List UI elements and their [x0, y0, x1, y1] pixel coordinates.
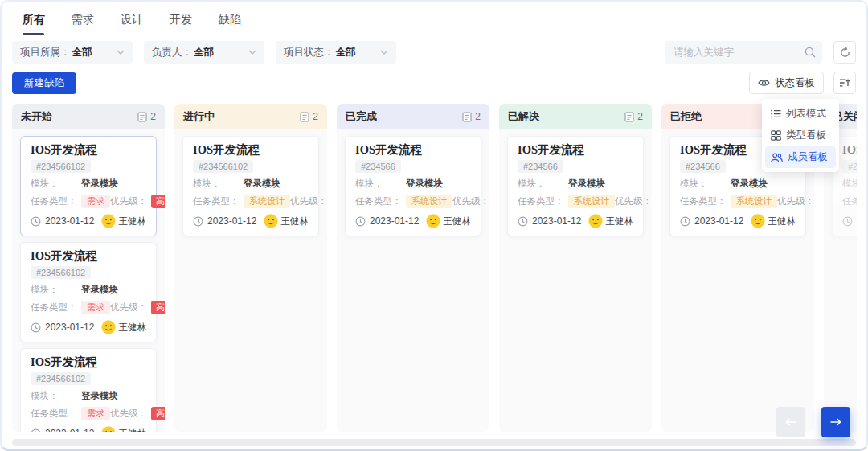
- type-pair: 任务类型： 系统设计: [842, 195, 857, 208]
- module-label: 模块：: [31, 178, 81, 190]
- type-pair: 任务类型： 系统设计: [193, 195, 290, 208]
- card-id-badge: #234566: [842, 160, 857, 173]
- kanban-board: 未开始 2 IOS开发流程 #234566102 模块： 登录模块 任务类型： …: [12, 104, 857, 432]
- type-label: 任务类型：: [31, 301, 81, 314]
- card-footer: 2023-01-12 王健林: [193, 214, 309, 228]
- filter-value: 全部: [194, 46, 214, 59]
- card-title: IOS开发流程: [31, 355, 146, 368]
- card-footer: 2023-01-12 王健林: [842, 214, 857, 228]
- filter-label: 项目状态：: [284, 46, 334, 59]
- avatar: [588, 214, 603, 228]
- new-defect-button[interactable]: 新建缺陷: [12, 72, 76, 94]
- task-card[interactable]: IOS开发流程 #234566 模块： 登录模块 任务类型： 系统设计 优先级：…: [345, 136, 481, 236]
- prev-page-button[interactable]: [776, 407, 805, 437]
- view-menu-item[interactable]: 类型看板: [765, 125, 836, 146]
- card-id-badge: #234566102: [31, 372, 91, 385]
- search-input[interactable]: [672, 46, 805, 59]
- card-date: 2023-01-12: [45, 322, 94, 333]
- filter-select[interactable]: 负责人： 全部: [144, 41, 264, 64]
- sort-button[interactable]: [833, 72, 856, 94]
- tab[interactable]: 缺陷: [219, 13, 241, 35]
- assignee-name: 王健林: [119, 322, 147, 334]
- filter-label: 项目所属：: [20, 46, 71, 59]
- chevron-down-icon: [248, 50, 256, 55]
- tab[interactable]: 所有: [23, 13, 45, 35]
- priority-label: 优先级：: [290, 195, 327, 207]
- search-icon[interactable]: [805, 47, 816, 58]
- card-date: 2023-01-12: [694, 215, 743, 227]
- tab-label: 缺陷: [219, 13, 241, 26]
- module-label: 模块：: [31, 390, 81, 402]
- task-card[interactable]: IOS开发流程 #234566102 模块： 登录模块 任务类型： 需求 优先级…: [20, 348, 157, 432]
- task-card[interactable]: IOS开发流程 #234566102 模块： 登录模块 任务类型： 需求 优先级…: [20, 242, 157, 342]
- task-card[interactable]: IOS开发流程 #234566 模块： 登录模块 任务类型： 系统设计 优先级：…: [507, 136, 644, 236]
- view-menu-item[interactable]: 成员看板: [765, 146, 836, 168]
- module-label: 模块：: [31, 284, 81, 296]
- tab[interactable]: 开发: [170, 13, 192, 35]
- type-priority-row: 任务类型： 需求 优先级： 高: [31, 195, 146, 208]
- type-pair: 任务类型： 系统设计: [680, 195, 777, 208]
- column-body: IOS开发流程 #234566 模块： 登录模块 任务类型： 系统设计 优先级：…: [661, 129, 814, 432]
- type-pair: 任务类型： 需求: [31, 195, 110, 208]
- view-menu-item-label: 列表模式: [786, 107, 826, 121]
- refresh-button[interactable]: [833, 41, 856, 64]
- type-label: 任务类型：: [31, 408, 81, 420]
- type-pair: 任务类型： 需求: [31, 301, 110, 314]
- type-label: 任务类型：: [193, 195, 244, 207]
- card-count: 2: [137, 111, 156, 122]
- module-row: 模块： 登录模块: [31, 284, 146, 296]
- avatar: [426, 214, 440, 228]
- view-menu-item[interactable]: 列表模式: [765, 103, 836, 125]
- type-badge: 系统设计: [731, 195, 777, 208]
- assignee-name: 王健林: [119, 428, 147, 433]
- column-body: IOS开发流程 #234566 模块： 登录模块 任务类型： 系统设计 优先级：…: [499, 129, 652, 432]
- filter-label: 负责人：: [152, 46, 192, 59]
- clock-icon: [842, 216, 853, 227]
- next-page-button[interactable]: [821, 407, 850, 437]
- clock-icon: [193, 216, 203, 227]
- assignee: 王健林: [101, 426, 147, 432]
- type-badge: 需求: [81, 407, 110, 420]
- type-pair: 任务类型： 需求: [31, 407, 110, 420]
- sort-icon: [839, 78, 850, 88]
- tab[interactable]: 设计: [121, 13, 143, 35]
- list-icon: [771, 109, 781, 118]
- module-label: 模块：: [680, 178, 731, 190]
- task-card[interactable]: IOS开发流程 #234566102 模块： 登录模块 任务类型： 系统设计 优…: [182, 136, 319, 236]
- filter-select[interactable]: 项目所属： 全部: [12, 41, 133, 64]
- assignee: 王健林: [101, 214, 147, 228]
- avatar: [101, 214, 116, 228]
- kanban-column: 已完成 2 IOS开发流程 #234566 模块： 登录模块 任务类型： 系统设…: [337, 104, 489, 432]
- card-count-number: 2: [313, 111, 318, 122]
- assignee: 王健林: [101, 320, 147, 334]
- tab-label: 所有: [23, 13, 45, 26]
- priority-pair: 优先级： 高: [290, 195, 327, 208]
- card-id-badge: #234566: [355, 160, 401, 173]
- horizontal-scrollbar[interactable]: [12, 439, 856, 446]
- priority-pair: 优先级： 高: [777, 195, 814, 208]
- clock-icon: [355, 216, 366, 227]
- tab-label: 开发: [170, 13, 192, 26]
- column-header: 已解决 2: [499, 104, 652, 129]
- card-date: 2023-01-12: [45, 428, 94, 432]
- clock-icon: [31, 428, 41, 433]
- doc-icon: [300, 112, 309, 122]
- avatar: [264, 214, 278, 228]
- card-footer: 2023-01-12 王健林: [518, 214, 633, 228]
- assignee: 王健林: [588, 214, 634, 228]
- card-count-number: 2: [637, 111, 643, 122]
- priority-label: 优先级：: [110, 301, 147, 314]
- search-input-wrapper[interactable]: [665, 41, 822, 64]
- view-mode-button[interactable]: 状态看板: [749, 72, 824, 94]
- tab[interactable]: 需求: [72, 13, 94, 35]
- card-title: IOS开发流程: [355, 143, 471, 156]
- module-label: 模块：: [518, 178, 568, 190]
- avatar: [101, 426, 116, 432]
- clock-icon: [31, 216, 41, 227]
- module-label: 模块：: [842, 178, 857, 190]
- refresh-icon: [839, 47, 851, 59]
- type-priority-row: 任务类型： 系统设计 优先级： 高: [518, 195, 633, 208]
- filter-select[interactable]: 项目状态： 全部: [276, 41, 396, 64]
- card-date: 2023-01-12: [370, 215, 419, 227]
- task-card[interactable]: IOS开发流程 #234566102 模块： 登录模块 任务类型： 需求 优先级…: [20, 136, 157, 236]
